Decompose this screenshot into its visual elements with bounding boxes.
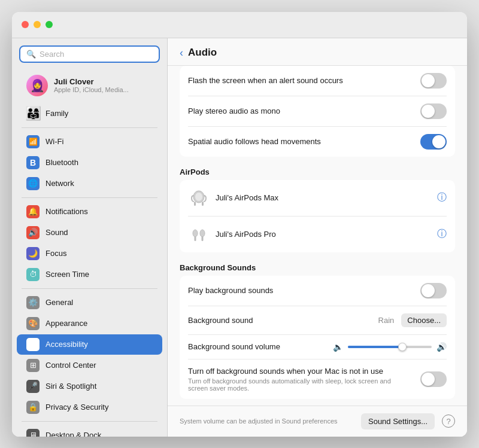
volume-label: Background sound volume xyxy=(188,342,280,351)
play-stereo-label: Play stereo audio as mono xyxy=(188,106,280,115)
sidebar-item-desktop[interactable]: 🖥 Desktop & Dock xyxy=(17,425,162,437)
sidebar-item-family[interactable]: 👨‍👩‍👧 Family xyxy=(17,103,162,124)
appearance-icon: 🎨 xyxy=(26,317,40,330)
siri-icon: 🎤 xyxy=(26,380,40,393)
notifications-icon: 🔔 xyxy=(26,205,40,218)
sidebar-label-general: General xyxy=(46,298,73,307)
svg-rect-3 xyxy=(202,202,204,206)
controlcenter-icon: ⊞ xyxy=(26,359,40,372)
bg-sound-row: Background sound Rain Choose... xyxy=(188,306,447,335)
minimize-button[interactable] xyxy=(34,21,41,28)
content-area: 🔍 🧕 Juli Clover Apple ID, iCloud, Media.… xyxy=(12,38,467,437)
turn-off-label-block: Turn off background sounds when your Mac… xyxy=(188,367,392,392)
search-input[interactable] xyxy=(40,50,153,59)
airpods-pro-left: Juli's AirPods Pro xyxy=(188,224,276,245)
sidebar-label-siri: Siri & Spotlight xyxy=(46,382,96,391)
flash-screen-row: Flash the screen when an alert sound occ… xyxy=(188,66,447,96)
sidebar-item-focus[interactable]: 🌙 Focus xyxy=(17,243,162,264)
play-stereo-row: Play stereo audio as mono xyxy=(188,96,447,127)
bg-sounds-section-header: Background Sounds xyxy=(180,263,455,272)
user-sub: Apple ID, iCloud, Media... xyxy=(54,86,129,93)
flash-screen-label: Flash the screen when an alert sound occ… xyxy=(188,76,343,85)
volume-high-icon: 🔊 xyxy=(436,342,447,352)
volume-low-icon: 🔈 xyxy=(333,342,343,352)
sidebar-item-screentime[interactable]: ⏱ Screen Time xyxy=(17,264,162,285)
panel-footer: System volume can be adjusted in Sound p… xyxy=(168,406,467,437)
sound-icon: 🔊 xyxy=(26,226,40,239)
screentime-icon: ⏱ xyxy=(26,268,40,281)
play-stereo-toggle[interactable] xyxy=(420,103,447,119)
turn-off-label: Turn off background sounds when your Mac… xyxy=(188,367,392,376)
turn-off-sub: Turn off background sounds automatically… xyxy=(188,377,392,392)
airpods-pro-icon xyxy=(188,224,210,245)
airpods-pro-item: Juli's AirPods Pro ⓘ xyxy=(188,217,447,252)
spatial-audio-label: Spatial audio follows head movements xyxy=(188,137,321,146)
user-name: Juli Clover xyxy=(54,77,129,86)
sidebar-label-controlcenter: Control Center xyxy=(46,361,96,370)
panel-title: Audio xyxy=(188,47,217,59)
flash-screen-toggle[interactable] xyxy=(420,73,447,89)
airpods-max-icon xyxy=(188,187,210,209)
sidebar-item-bluetooth[interactable]: B Bluetooth xyxy=(17,153,162,173)
volume-controls: 🔈 🔊 xyxy=(333,342,447,352)
sidebar-item-notifications[interactable]: 🔔 Notifications xyxy=(17,202,162,222)
general-icon: ⚙️ xyxy=(26,296,40,309)
sidebar-item-controlcenter[interactable]: ⊞ Control Center xyxy=(17,355,162,376)
search-box[interactable]: 🔍 xyxy=(19,45,160,63)
sidebar-item-privacy[interactable]: 🔒 Privacy & Security xyxy=(17,397,162,417)
top-settings-group: Flash the screen when an alert sound occ… xyxy=(180,66,455,157)
footer-text: System volume can be adjusted in Sound p… xyxy=(180,417,338,425)
help-button[interactable]: ? xyxy=(442,415,455,428)
sidebar-item-appearance[interactable]: 🎨 Appearance xyxy=(17,313,162,334)
family-icon: 👨‍👩‍👧 xyxy=(26,107,40,120)
airpods-pro-info-button[interactable]: ⓘ xyxy=(437,228,447,240)
play-bg-sounds-label: Play background sounds xyxy=(188,286,273,295)
spatial-audio-toggle[interactable] xyxy=(420,134,447,150)
help-icon: ? xyxy=(446,417,450,426)
network-icon: 🌐 xyxy=(26,177,40,190)
sidebar-item-siri[interactable]: 🎤 Siri & Spotlight xyxy=(17,376,162,397)
back-button[interactable]: ‹ xyxy=(180,47,183,59)
volume-slider[interactable] xyxy=(348,346,432,348)
focus-icon: 🌙 xyxy=(26,247,40,260)
main-panel: ‹ Audio Flash the screen when an alert s… xyxy=(168,38,467,437)
sidebar: 🔍 🧕 Juli Clover Apple ID, iCloud, Media.… xyxy=(12,38,168,437)
bg-sound-value: Rain xyxy=(378,316,395,325)
sidebar-item-accessibility[interactable]: ♿ Accessibility xyxy=(17,334,162,355)
panel-content: Flash the screen when an alert sound occ… xyxy=(168,66,467,406)
sidebar-item-sound[interactable]: 🔊 Sound xyxy=(17,223,162,243)
sound-settings-button[interactable]: Sound Settings... xyxy=(361,413,435,429)
slider-fill xyxy=(348,346,402,348)
footer-actions: Sound Settings... ? xyxy=(361,413,455,429)
airpods-max-info-button[interactable]: ⓘ xyxy=(437,191,447,204)
sidebar-item-user[interactable]: 🧕 Juli Clover Apple ID, iCloud, Media... xyxy=(17,70,162,101)
sidebar-divider-1 xyxy=(22,127,157,128)
sidebar-item-general[interactable]: ⚙️ General xyxy=(17,292,162,313)
svg-rect-5 xyxy=(195,236,196,241)
airpods-section-header: AirPods xyxy=(180,167,455,176)
svg-point-1 xyxy=(195,193,202,201)
sidebar-item-wifi[interactable]: 📶 Wi-Fi xyxy=(17,132,162,152)
bg-sound-label: Background sound xyxy=(188,316,253,325)
choose-button[interactable]: Choose... xyxy=(401,313,447,327)
volume-row: Background sound volume 🔈 🔊 xyxy=(188,335,447,359)
slider-thumb[interactable] xyxy=(398,343,407,351)
sidebar-item-network[interactable]: 🌐 Network xyxy=(17,173,162,194)
bg-sound-controls: Rain Choose... xyxy=(378,313,447,327)
close-button[interactable] xyxy=(22,21,29,28)
turn-off-row: Turn off background sounds when your Mac… xyxy=(188,359,447,399)
sidebar-divider-2 xyxy=(22,197,157,198)
maximize-button[interactable] xyxy=(46,21,53,28)
accessibility-icon: ♿ xyxy=(26,338,40,351)
turn-off-toggle[interactable] xyxy=(420,371,447,387)
spatial-audio-row: Spatial audio follows head movements xyxy=(188,127,447,157)
svg-point-4 xyxy=(193,230,198,237)
sidebar-label-sound: Sound xyxy=(46,228,68,237)
search-icon: 🔍 xyxy=(26,50,36,59)
play-bg-sounds-toggle[interactable] xyxy=(420,283,447,298)
system-settings-window: 🔍 🧕 Juli Clover Apple ID, iCloud, Media.… xyxy=(12,12,467,437)
airpods-max-name: Juli's AirPods Max xyxy=(216,193,278,202)
privacy-icon: 🔒 xyxy=(26,401,40,414)
sidebar-label-appearance: Appearance xyxy=(46,319,87,328)
desktop-icon: 🖥 xyxy=(26,429,40,437)
